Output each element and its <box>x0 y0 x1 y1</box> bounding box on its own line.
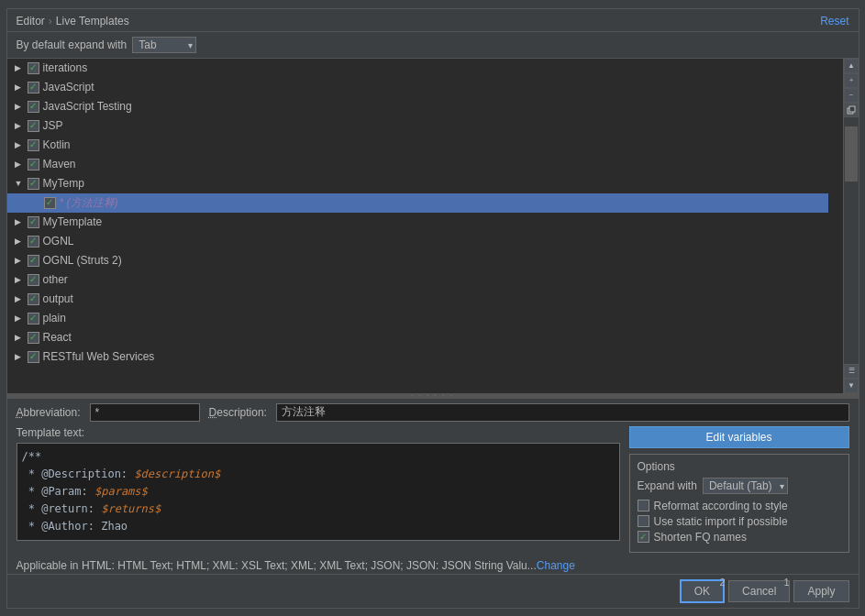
expand-arrow-icon: ▶ <box>15 63 26 72</box>
list-item[interactable]: ▶ OGNL <box>7 232 828 251</box>
expand-arrow-icon: ▶ <box>15 352 26 361</box>
description-input[interactable] <box>276 403 849 422</box>
expand-with-row: By default expand with Tab Enter Space <box>7 32 859 59</box>
item-label: OGNL (Struts 2) <box>43 254 122 267</box>
change-link[interactable]: Change <box>537 559 575 572</box>
list-item[interactable]: ▼ MyTemp <box>7 174 828 193</box>
item-checkbox[interactable] <box>28 62 39 74</box>
expand-with-select[interactable]: Tab Enter Space <box>132 37 196 53</box>
expand-arrow-icon: ▶ <box>15 314 26 323</box>
item-checkbox[interactable] <box>28 332 39 344</box>
item-checkbox[interactable] <box>28 351 39 363</box>
scroll-thumb[interactable] <box>845 126 858 182</box>
header-bar: Editor › Live Templates Reset <box>7 9 859 32</box>
expand-arrow-icon: ▶ <box>15 294 26 303</box>
list-item[interactable]: ▶ Maven <box>7 155 828 174</box>
list-item[interactable]: ▶ JavaScript <box>7 78 828 97</box>
reformat-row: Reformat according to style <box>638 500 841 512</box>
list-item[interactable]: ▶ output <box>7 290 828 309</box>
options-expand-select-wrapper: Default (Tab) Tab Enter Space <box>703 478 788 494</box>
item-checkbox[interactable] <box>28 216 39 228</box>
edit-variables-button[interactable]: Edit variables <box>629 426 849 448</box>
expand-arrow-icon: ▶ <box>15 275 26 284</box>
list-item-selected[interactable]: * (方法注释) <box>7 193 828 213</box>
cancel-button[interactable]: Cancel <box>728 580 790 602</box>
add-button[interactable]: + <box>844 73 859 88</box>
item-checkbox[interactable] <box>28 139 39 151</box>
list-inner: ▶ iterations ▶ JavaScript ▶ JavaScript T… <box>7 59 828 367</box>
list-scrollbar: ▲ + − ☰ ▼ <box>844 59 859 393</box>
list-item[interactable]: ▶ other <box>7 270 828 290</box>
item-checkbox[interactable] <box>28 236 39 248</box>
svg-rect-1 <box>849 106 855 112</box>
expand-arrow-icon: ▶ <box>15 82 26 92</box>
item-label: RESTful Web Services <box>43 350 155 363</box>
scroll-up-button[interactable]: ▲ <box>844 59 859 73</box>
applicable-in-row: Applicable in HTML: HTML Text; HTML; XML… <box>7 557 859 574</box>
item-checkbox[interactable] <box>28 82 39 94</box>
item-checkbox[interactable] <box>28 255 39 267</box>
template-list: ▶ iterations ▶ JavaScript ▶ JavaScript T… <box>7 59 844 393</box>
expand-arrow-icon: ▶ <box>15 256 26 265</box>
applicable-in-text: Applicable in HTML: HTML Text; HTML; XML… <box>17 559 537 572</box>
options-expand-with-select[interactable]: Default (Tab) Tab Enter Space <box>703 478 788 494</box>
item-checkbox[interactable] <box>28 178 39 190</box>
list-item[interactable]: ▶ RESTful Web Services <box>7 347 828 367</box>
scroll-down-button[interactable]: ▼ <box>844 379 859 393</box>
expand-arrow-icon: ▼ <box>15 179 26 188</box>
menu-button[interactable]: ☰ <box>844 364 859 379</box>
list-item[interactable]: ▶ OGNL (Struts 2) <box>7 251 828 270</box>
item-label: JSP <box>43 119 63 132</box>
abbr-desc-row: Abbreviation: Description: <box>7 399 859 426</box>
template-text-label: Template text: <box>17 426 620 439</box>
item-label: JavaScript Testing <box>43 100 132 113</box>
shorten-fq-checkbox[interactable] <box>638 531 649 543</box>
list-item[interactable]: ▶ plain <box>7 309 828 328</box>
bottom-section: Abbreviation: Description: Template text… <box>7 398 859 608</box>
static-import-row: Use static import if possible <box>638 515 841 528</box>
template-textarea[interactable]: /** * @Description: $description$ * @Par… <box>17 443 620 542</box>
item-checkbox[interactable] <box>28 159 39 170</box>
item-label: plain <box>43 312 66 324</box>
breadcrumb: Editor › Live Templates <box>17 15 129 28</box>
num1-badge: 1 <box>783 577 789 588</box>
item-checkbox[interactable] <box>44 197 56 209</box>
breadcrumb-editor: Editor <box>17 15 45 28</box>
remove-button[interactable]: − <box>844 88 859 103</box>
options-expand-with-row: Expand with Default (Tab) Tab Enter Spac… <box>638 478 841 494</box>
list-item[interactable]: ▶ Kotlin <box>7 136 828 155</box>
ok-button[interactable]: OK <box>680 579 725 603</box>
item-checkbox[interactable] <box>28 101 39 113</box>
template-section: Template text: /** * @Description: $desc… <box>7 426 859 557</box>
template-left: Template text: /** * @Description: $desc… <box>17 426 620 553</box>
expand-arrow-icon: ▶ <box>15 160 26 169</box>
item-label: MyTemp <box>43 177 84 190</box>
list-item[interactable]: ▶ MyTemplate <box>7 213 828 232</box>
list-item[interactable]: ▶ iterations <box>7 59 828 78</box>
item-label: iterations <box>43 61 88 74</box>
static-import-checkbox[interactable] <box>638 515 649 527</box>
reset-link[interactable]: Reset <box>820 15 848 28</box>
item-label: JavaScript <box>43 81 94 94</box>
copy-button[interactable] <box>844 103 859 117</box>
apply-button[interactable]: Apply <box>793 580 848 602</box>
list-item[interactable]: ▶ JSP <box>7 116 828 136</box>
static-import-label: Use static import if possible <box>654 515 788 528</box>
reformat-checkbox[interactable] <box>638 500 649 512</box>
expand-arrow-icon: ▶ <box>15 140 26 149</box>
item-label: OGNL <box>43 235 74 248</box>
abbreviation-input[interactable] <box>90 403 200 422</box>
list-item[interactable]: ▶ JavaScript Testing <box>7 97 828 116</box>
item-checkbox[interactable] <box>28 120 39 132</box>
item-label: Kotlin <box>43 138 71 151</box>
main-content: ▶ iterations ▶ JavaScript ▶ JavaScript T… <box>7 59 859 393</box>
breadcrumb-sep: › <box>49 15 52 28</box>
item-label: React <box>43 331 72 344</box>
scroll-track[interactable] <box>844 117 859 364</box>
expand-arrow-icon: ▶ <box>15 236 26 246</box>
item-checkbox[interactable] <box>28 293 39 305</box>
item-checkbox[interactable] <box>28 274 39 286</box>
item-label: Maven <box>43 158 76 170</box>
list-item[interactable]: ▶ React <box>7 328 828 347</box>
item-checkbox[interactable] <box>28 313 39 324</box>
